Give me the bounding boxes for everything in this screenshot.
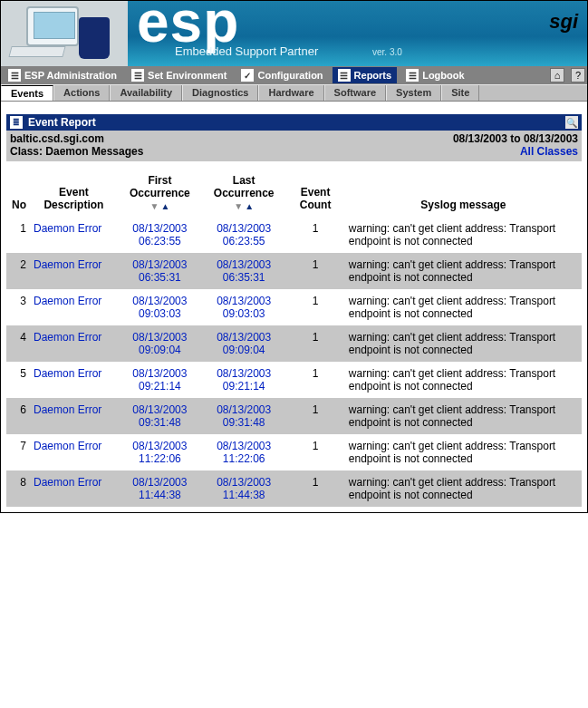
table-row: 4Daemon Error08/13/200309:09:0408/13/200… [6,325,582,362]
product-photo [1,1,128,66]
cell-description[interactable]: Daemon Error [30,362,118,398]
table-row: 5Daemon Error08/13/200309:21:1408/13/200… [6,362,582,398]
sort-asc-icon[interactable]: ▲ [245,201,254,211]
sort-asc-icon[interactable]: ▲ [160,201,169,211]
brand-logo: sgi [549,10,578,34]
menu-logbook[interactable]: ☰Logbook [400,67,469,83]
menu-set-environment[interactable]: ☰Set Environment [126,67,232,83]
tab-system[interactable]: System [386,85,441,101]
cell-first-occurrence[interactable]: 08/13/200309:09:04 [118,325,202,362]
events-table: No Event Description First Occurrence ▼▲… [6,170,582,507]
sort-desc-icon[interactable]: ▼ [234,201,243,211]
report-title-bar: ≣ Event Report 🔍 [6,114,582,131]
menu-configuration[interactable]: ✓Configuration [236,67,328,83]
cell-description[interactable]: Daemon Error [30,217,118,253]
table-row: 6Daemon Error08/13/200309:31:4808/13/200… [6,398,582,434]
cell-last-occurrence[interactable]: 08/13/200306:23:55 [202,217,285,253]
cell-message: warning: can't get client address: Trans… [345,289,582,325]
cell-description[interactable]: Daemon Error [30,253,118,289]
cell-no: 6 [6,398,30,434]
report-icon: ≣ [10,116,23,129]
menu-label: Reports [354,70,392,81]
table-row: 7Daemon Error08/13/200311:22:0608/13/200… [6,434,582,470]
magnify-icon: 🔍 [566,118,577,128]
menu-label: Logbook [422,70,464,81]
cell-last-occurrence[interactable]: 08/13/200309:21:14 [202,362,285,398]
help-button[interactable]: ? [571,68,585,82]
cell-message: warning: can't get client address: Trans… [345,470,582,507]
menu-label: Configuration [257,70,323,81]
cell-count: 1 [285,470,344,507]
table-row: 2Daemon Error08/13/200306:35:3108/13/200… [6,253,582,289]
product-version: ver. 3.0 [372,47,402,57]
tab-software[interactable]: Software [324,85,386,101]
menu-reports[interactable]: ☰Reports [333,67,398,83]
tab-site[interactable]: Site [441,85,479,101]
tab-diagnostics[interactable]: Diagnostics [182,85,258,101]
cell-first-occurrence[interactable]: 08/13/200306:35:31 [118,253,202,289]
host-name: baltic.csd.sgi.com [10,132,104,145]
cell-message: warning: can't get client address: Trans… [345,217,582,253]
cell-count: 1 [285,434,344,470]
col-description: Event Description [30,170,118,217]
report-title: Event Report [28,116,96,129]
cell-description[interactable]: Daemon Error [30,289,118,325]
list-icon: ☰ [8,69,21,82]
table-row: 1Daemon Error08/13/200306:23:5508/13/200… [6,217,582,253]
list-icon: ☰ [338,69,351,82]
cell-no: 2 [6,253,30,289]
cell-no: 3 [6,289,30,325]
menu-label: Set Environment [148,70,227,81]
cell-last-occurrence[interactable]: 08/13/200306:35:31 [202,253,285,289]
report-meta: baltic.csd.sgi.com 08/13/2003 to 08/13/2… [6,131,582,161]
cell-no: 5 [6,362,30,398]
cell-message: warning: can't get client address: Trans… [345,325,582,362]
cell-count: 1 [285,253,344,289]
cell-description[interactable]: Daemon Error [30,325,118,362]
cell-first-occurrence[interactable]: 08/13/200311:44:38 [118,470,202,507]
home-button[interactable]: ⌂ [550,68,564,82]
table-row: 3Daemon Error08/13/200309:03:0308/13/200… [6,289,582,325]
cell-message: warning: can't get client address: Trans… [345,253,582,289]
cell-last-occurrence[interactable]: 08/13/200309:03:03 [202,289,285,325]
cell-last-occurrence[interactable]: 08/13/200309:31:48 [202,398,285,434]
col-last-occurrence: Last Occurrence ▼▲ [202,170,285,217]
menu-esp-administration[interactable]: ☰ESP Administration [3,67,122,83]
cell-first-occurrence[interactable]: 08/13/200309:31:48 [118,398,202,434]
tab-actions[interactable]: Actions [53,85,110,101]
all-classes-link[interactable]: All Classes [520,145,578,158]
cell-message: warning: can't get client address: Trans… [345,434,582,470]
cell-description[interactable]: Daemon Error [30,398,118,434]
cell-description[interactable]: Daemon Error [30,470,118,507]
date-range: 08/13/2003 to 08/13/2003 [453,132,578,145]
cell-count: 1 [285,217,344,253]
cell-count: 1 [285,398,344,434]
cell-no: 4 [6,325,30,362]
cell-description[interactable]: Daemon Error [30,434,118,470]
sort-desc-icon[interactable]: ▼ [149,201,159,211]
cell-no: 1 [6,217,30,253]
tab-availability[interactable]: Availability [110,85,182,101]
cell-last-occurrence[interactable]: 08/13/200309:09:04 [202,325,285,362]
list-icon: ☰ [406,69,419,82]
cell-message: warning: can't get client address: Trans… [345,362,582,398]
tab-events[interactable]: Events [1,85,53,101]
menu-label: ESP Administration [24,70,117,81]
tabbar: Events Actions Availability Diagnostics … [1,84,587,102]
table-row: 8Daemon Error08/13/200311:44:3808/13/200… [6,470,582,507]
cell-last-occurrence[interactable]: 08/13/200311:22:06 [202,434,285,470]
cell-last-occurrence[interactable]: 08/13/200311:44:38 [202,470,285,507]
cell-first-occurrence[interactable]: 08/13/200311:22:06 [118,434,202,470]
col-syslog-message: Syslog message [345,170,582,217]
list-icon: ☰ [131,69,144,82]
cell-no: 8 [6,470,30,507]
cell-first-occurrence[interactable]: 08/13/200309:03:03 [118,289,202,325]
tab-hardware[interactable]: Hardware [258,85,323,101]
cell-first-occurrence[interactable]: 08/13/200306:23:55 [118,217,202,253]
product-subtitle: Embedded Support Partner [175,44,318,58]
help-icon: ? [575,70,581,81]
cell-first-occurrence[interactable]: 08/13/200309:21:14 [118,362,202,398]
magnify-button[interactable]: 🔍 [565,116,578,129]
col-last-label: Last Occurrence [206,174,282,199]
check-icon: ✓ [241,69,254,82]
